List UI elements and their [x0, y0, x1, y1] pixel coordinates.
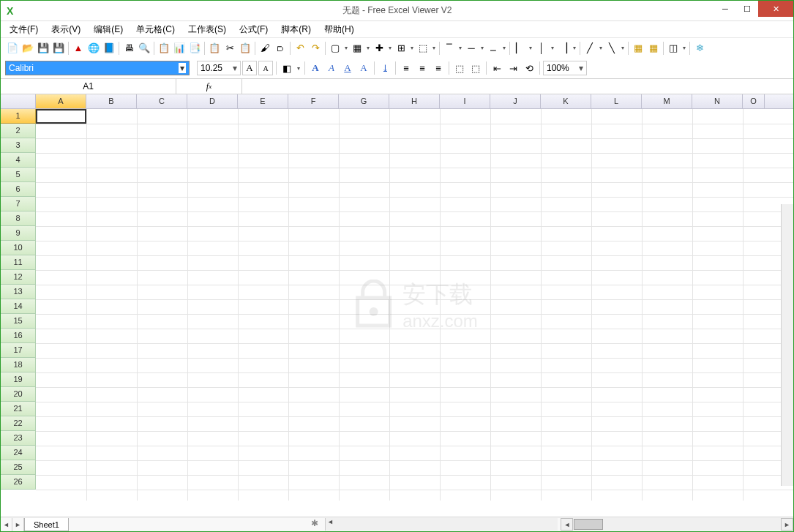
- strike-icon[interactable]: A: [356, 61, 371, 75]
- sheet-tab[interactable]: Sheet1: [24, 518, 69, 531]
- column-header[interactable]: D: [187, 94, 238, 108]
- border-all-icon[interactable]: ⊞: [394, 41, 408, 56]
- menu-edit[interactable]: 编辑(E): [88, 22, 129, 37]
- open-icon[interactable]: 📂: [20, 41, 35, 56]
- border-mid-icon[interactable]: ─: [464, 41, 479, 56]
- column-header[interactable]: F: [288, 94, 339, 108]
- dropdown-icon[interactable]: ▾: [550, 45, 555, 51]
- row-header[interactable]: 19: [1, 372, 36, 387]
- border-outer-icon[interactable]: ▢: [328, 41, 342, 56]
- border-inner-icon[interactable]: ▦: [350, 41, 364, 56]
- align-left-icon[interactable]: ≡: [399, 61, 413, 75]
- doc3-icon[interactable]: 📑: [187, 41, 202, 56]
- diag-box-icon[interactable]: ◫: [666, 41, 681, 56]
- wrap-icon[interactable]: ⬚: [468, 61, 483, 75]
- cut-icon[interactable]: ✂: [222, 41, 237, 56]
- paste-icon[interactable]: 📋: [238, 41, 252, 56]
- row-header[interactable]: 4: [1, 153, 36, 168]
- diag-up-icon[interactable]: ╱: [583, 41, 597, 56]
- row-header[interactable]: 15: [1, 314, 36, 329]
- menu-cell[interactable]: 单元格(C): [130, 22, 181, 37]
- row-header[interactable]: 21: [1, 402, 36, 416]
- scroll-thumb[interactable]: [574, 519, 603, 530]
- eraser-icon[interactable]: ⫐: [273, 41, 288, 56]
- column-header[interactable]: J: [490, 94, 541, 108]
- active-cell[interactable]: [36, 109, 86, 124]
- orientation-icon[interactable]: ⟲: [522, 61, 536, 75]
- dropdown-icon[interactable]: ▾: [501, 45, 507, 51]
- indent-inc-icon[interactable]: ⇥: [506, 61, 520, 75]
- redo-icon[interactable]: ↷: [308, 41, 323, 56]
- dropdown-icon[interactable]: ▾: [431, 45, 437, 51]
- border-vcenter-icon[interactable]: │: [534, 41, 549, 56]
- align-right-icon[interactable]: ≡: [431, 61, 446, 75]
- table1-icon[interactable]: ▦: [631, 41, 645, 56]
- row-header[interactable]: 22: [1, 416, 36, 431]
- underline-icon[interactable]: A: [340, 61, 355, 75]
- web-icon[interactable]: 🌐: [86, 41, 101, 56]
- fx-label[interactable]: fx: [176, 79, 242, 94]
- border-none-icon[interactable]: ⬚: [416, 41, 430, 56]
- column-header[interactable]: A: [36, 94, 86, 108]
- column-header[interactable]: C: [137, 94, 187, 108]
- scroll-left-icon[interactable]: ◄: [561, 518, 573, 531]
- column-header[interactable]: M: [642, 94, 692, 108]
- undo-icon[interactable]: ↶: [293, 41, 307, 56]
- export-icon[interactable]: 📘: [102, 41, 116, 56]
- dropdown-icon[interactable]: ▾: [620, 45, 626, 51]
- border-top-icon[interactable]: ⎺: [442, 41, 457, 56]
- border-right-icon[interactable]: ▕: [556, 41, 571, 56]
- doc2-icon[interactable]: 📊: [172, 41, 187, 56]
- font-selector[interactable]: Calibri: [5, 61, 190, 75]
- row-header[interactable]: 18: [1, 358, 36, 372]
- minimize-button[interactable]: ─: [714, 1, 736, 17]
- save-icon[interactable]: 💾: [36, 41, 50, 56]
- row-header[interactable]: 20: [1, 387, 36, 402]
- pdf-icon[interactable]: ▲: [71, 41, 86, 56]
- column-header[interactable]: K: [541, 94, 591, 108]
- row-header[interactable]: 8: [1, 211, 36, 226]
- menu-view[interactable]: 表示(V): [45, 22, 86, 37]
- border-bottom-icon[interactable]: ⎽: [486, 41, 501, 56]
- row-header[interactable]: 3: [1, 138, 36, 153]
- column-header[interactable]: E: [238, 94, 288, 108]
- border-left-icon[interactable]: ▏: [512, 41, 527, 56]
- column-header[interactable]: O: [743, 94, 765, 108]
- menu-file[interactable]: 文件(F): [4, 22, 44, 37]
- menu-help[interactable]: 帮助(H): [318, 22, 360, 37]
- row-header[interactable]: 24: [1, 446, 36, 460]
- bold-icon[interactable]: A: [308, 61, 323, 75]
- align-center-icon[interactable]: ≡: [415, 61, 430, 75]
- column-header[interactable]: N: [692, 94, 743, 108]
- dropdown-icon[interactable]: ▾: [598, 45, 604, 51]
- sheet-first-icon[interactable]: ◄: [1, 518, 12, 531]
- row-header[interactable]: 1: [1, 109, 36, 124]
- close-button[interactable]: ✕: [758, 1, 793, 17]
- doc1-icon[interactable]: 📋: [157, 41, 171, 56]
- row-header[interactable]: 6: [1, 182, 36, 197]
- copy-icon[interactable]: 📋: [207, 41, 222, 56]
- row-header[interactable]: 11: [1, 255, 36, 270]
- column-header[interactable]: B: [86, 94, 137, 108]
- brush-icon[interactable]: 🖌: [258, 41, 272, 56]
- formula-input[interactable]: [242, 79, 793, 94]
- row-header[interactable]: 2: [1, 124, 36, 138]
- dropdown-icon[interactable]: ▾: [409, 45, 415, 51]
- column-header[interactable]: G: [339, 94, 389, 108]
- align-bottom-icon[interactable]: ⤓: [378, 61, 392, 75]
- decrease-font-icon[interactable]: A: [258, 61, 273, 75]
- row-header[interactable]: 7: [1, 197, 36, 211]
- scroll-right-icon[interactable]: ►: [781, 518, 793, 531]
- indent-dec-icon[interactable]: ⇤: [490, 61, 504, 75]
- border-cross-icon[interactable]: ✚: [372, 41, 386, 56]
- new-icon[interactable]: 📄: [5, 41, 20, 56]
- dropdown-icon[interactable]: ▾: [681, 45, 687, 51]
- cells-area[interactable]: 安下载 anxz.com: [36, 109, 793, 501]
- dropdown-icon[interactable]: ▾: [343, 45, 349, 51]
- italic-icon[interactable]: A: [324, 61, 339, 75]
- menu-script[interactable]: 脚本(R): [275, 22, 317, 37]
- dropdown-icon[interactable]: ▾: [572, 45, 577, 51]
- row-header[interactable]: 14: [1, 299, 36, 314]
- sheet-prev-icon[interactable]: ►: [12, 518, 24, 531]
- print-icon[interactable]: 🖶: [121, 41, 136, 56]
